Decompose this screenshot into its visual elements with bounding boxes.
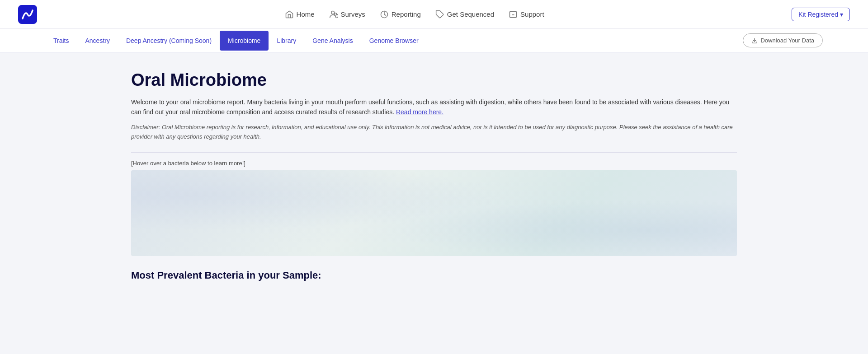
page-title: Oral Microbiome — [131, 70, 737, 90]
bacteria-banner[interactable] — [131, 170, 737, 256]
subnav-traits[interactable]: Traits — [45, 31, 77, 51]
intro-paragraph: Welcome to your oral microbiome report. … — [131, 97, 737, 117]
sub-navigation: Traits Ancestry Deep Ancestry (Coming So… — [0, 29, 868, 52]
section-divider — [131, 152, 737, 153]
main-content: Oral Microbiome Welcome to your oral mic… — [104, 52, 764, 299]
nav-support[interactable]: Support — [509, 10, 544, 19]
hover-hint: [Hover over a bacteria below to learn mo… — [131, 160, 737, 167]
most-prevalent-heading: Most Prevalent Bacteria in your Sample: — [131, 270, 737, 281]
nav-surveys[interactable]: Surveys — [329, 10, 365, 19]
main-nav: Home Surveys Reporting Get Sequenced — [285, 10, 544, 19]
nav-home[interactable]: Home — [285, 10, 315, 19]
read-more-link[interactable]: Read more here. — [396, 108, 443, 116]
nav-reporting[interactable]: Reporting — [380, 10, 421, 19]
subnav-gene-analysis[interactable]: Gene Analysis — [304, 31, 361, 51]
nav-get-sequenced[interactable]: Get Sequenced — [435, 10, 494, 19]
disclaimer-text: Disclaimer: Oral Microbiome reporting is… — [131, 123, 737, 142]
svg-point-1 — [331, 11, 335, 14]
logo[interactable] — [18, 5, 37, 24]
subnav-deep-ancestry[interactable]: Deep Ancestry (Coming Soon) — [118, 31, 220, 51]
subnav-genome-browser[interactable]: Genome Browser — [361, 31, 427, 51]
subnav-microbiome[interactable]: Microbiome — [220, 31, 269, 51]
top-navigation: Home Surveys Reporting Get Sequenced — [0, 0, 868, 29]
subnav-ancestry[interactable]: Ancestry — [77, 31, 118, 51]
download-data-button[interactable]: Download Your Data — [743, 33, 823, 47]
subnav-library[interactable]: Library — [269, 31, 304, 51]
marble-background — [131, 170, 737, 256]
svg-rect-5 — [510, 11, 517, 17]
kit-registered-button[interactable]: Kit Registered ▾ — [792, 8, 850, 21]
